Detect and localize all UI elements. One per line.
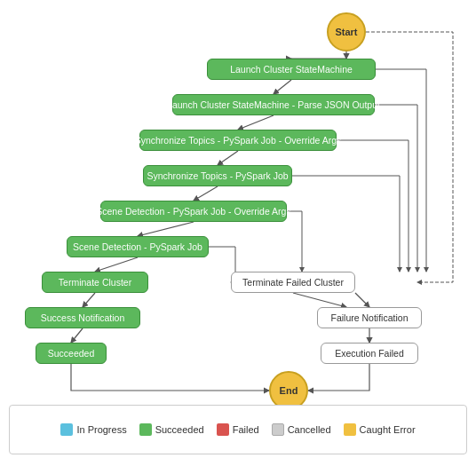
succeeded-node: Succeeded: [36, 343, 107, 364]
failed-swatch: [217, 423, 229, 436]
legend: In Progress Succeeded Failed Cancelled C…: [9, 405, 467, 454]
sync-override-label: Synchronize Topics - PySpark Job - Overr…: [135, 135, 342, 146]
scene-override-label: Scene Detection - PySpark Job - Override…: [96, 206, 290, 217]
parse-json-node: Launch Cluster StateMachine - Parse JSON…: [172, 94, 375, 115]
success-notif-label: Success Notification: [41, 312, 125, 323]
svg-line-11: [293, 293, 346, 307]
caught-error-label: Caught Error: [360, 424, 416, 435]
start-label: Start: [335, 27, 357, 37]
start-node: Start: [327, 12, 366, 51]
scene-node: Scene Detection - PySpark Job: [67, 236, 209, 257]
succeeded-label: Succeeded: [48, 348, 95, 359]
legend-failed: Failed: [217, 423, 259, 436]
sync-label: Synchronize Topics - PySpark Job: [147, 170, 288, 181]
end-label: End: [280, 385, 298, 396]
svg-line-12: [355, 293, 369, 307]
cancelled-label: Cancelled: [288, 424, 331, 435]
sync-override-node: Synchronize Topics - PySpark Job - Overr…: [139, 130, 337, 151]
succeeded-swatch: [139, 423, 152, 436]
svg-line-6: [194, 186, 218, 201]
terminate-node: Terminate Cluster: [42, 272, 148, 293]
svg-line-8: [95, 257, 138, 272]
svg-line-10: [71, 328, 83, 343]
legend-cancelled: Cancelled: [272, 423, 331, 436]
in-progress-swatch: [60, 423, 73, 436]
in-progress-label: In Progress: [76, 424, 126, 435]
caught-error-swatch: [344, 423, 356, 436]
exec-failed-label: Execution Failed: [335, 348, 404, 359]
legend-succeeded: Succeeded: [139, 423, 204, 436]
scene-override-node: Scene Detection - PySpark Job - Override…: [100, 201, 287, 222]
state-machine-diagram: Start Launch Cluster StateMachine Launch…: [0, 0, 476, 408]
svg-line-9: [83, 293, 95, 307]
cancelled-swatch: [272, 423, 284, 436]
sync-node: Synchronize Topics - PySpark Job: [143, 165, 292, 186]
terminate-failed-label: Terminate Failed Cluster: [242, 277, 344, 288]
terminate-label: Terminate Cluster: [59, 277, 131, 288]
launch-cluster-node: Launch Cluster StateMachine: [207, 59, 376, 80]
terminate-failed-node: Terminate Failed Cluster: [231, 272, 355, 293]
launch-cluster-label: Launch Cluster StateMachine: [230, 64, 353, 75]
failure-notif-label: Failure Notification: [331, 312, 409, 323]
svg-line-5: [218, 151, 238, 165]
svg-line-7: [138, 222, 194, 236]
svg-line-3: [274, 80, 291, 94]
failed-label: Failed: [233, 424, 259, 435]
exec-failed-node: Execution Failed: [321, 343, 418, 364]
legend-in-progress: In Progress: [60, 423, 126, 436]
success-notif-node: Success Notification: [25, 307, 140, 328]
failure-notif-node: Failure Notification: [317, 307, 422, 328]
parse-json-label: Launch Cluster StateMachine - Parse JSON…: [167, 99, 380, 110]
svg-line-4: [238, 115, 274, 130]
legend-caught-error: Caught Error: [344, 423, 416, 436]
scene-label: Scene Detection - PySpark Job: [73, 241, 202, 252]
succeeded-legend-label: Succeeded: [155, 424, 204, 435]
